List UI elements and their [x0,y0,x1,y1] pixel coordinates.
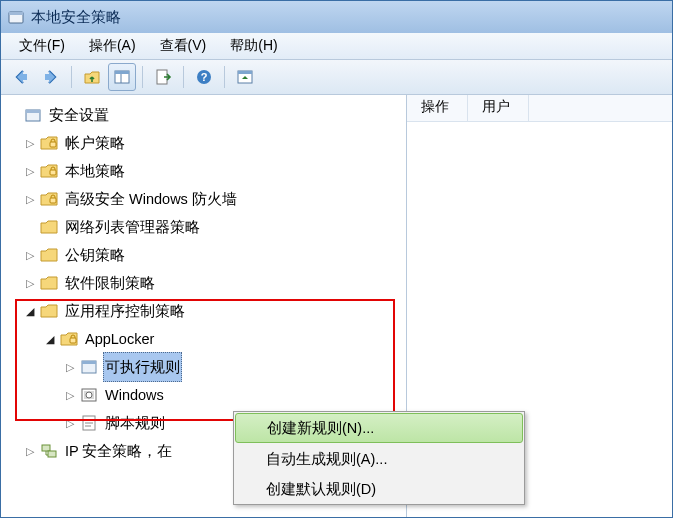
tree-item-network[interactable]: 网络列表管理器策略 [5,213,406,241]
svg-rect-1 [9,12,23,15]
svg-text:?: ? [201,71,208,83]
folder-lock-icon [59,329,79,349]
list-header: 操作 用户 [407,95,672,122]
svg-rect-17 [82,361,96,364]
expand-icon[interactable]: ▷ [21,157,39,185]
tree-item-publickey[interactable]: ▷ 公钥策略 [5,241,406,269]
column-header-user[interactable]: 用户 [468,95,529,121]
tree-item-label: 脚本规则 [103,409,167,437]
security-icon [23,105,43,125]
script-icon [79,413,99,433]
expand-icon[interactable]: ▷ [21,241,39,269]
network-icon [39,441,59,461]
tree-item-accounts[interactable]: ▷ 帐户策略 [5,129,406,157]
expand-icon[interactable]: ▷ [21,129,39,157]
export-button[interactable] [149,63,177,91]
expand-icon[interactable]: ▷ [61,353,79,381]
tree-root[interactable]: 安全设置 [5,101,406,129]
app-window: 本地安全策略 文件(F) 操作(A) 查看(V) 帮助(H) ? [0,0,673,518]
tree-item-label: 可执行规则 [103,352,182,382]
expand-icon[interactable]: ▷ [61,409,79,437]
folder-lock-icon [39,133,59,153]
menu-action[interactable]: 操作(A) [77,37,148,55]
expand-icon[interactable]: ▷ [61,381,79,409]
collapse-icon[interactable]: ◢ [41,325,59,353]
svg-rect-13 [50,170,56,175]
tree-root-label: 安全设置 [47,101,111,129]
tree-item-firewall[interactable]: ▷ 高级安全 Windows 防火墙 [5,185,406,213]
collapse-icon[interactable]: ◢ [21,297,39,325]
tree-item-softrestrict[interactable]: ▷ 软件限制策略 [5,269,406,297]
svg-rect-15 [70,338,76,343]
toolbar-separator-3 [183,66,184,88]
expand-icon[interactable]: ▷ [21,185,39,213]
tree-item-windows-rules[interactable]: ▷ Windows [5,381,406,409]
context-menu: 创建新规则(N)... 自动生成规则(A)... 创建默认规则(D) [233,411,525,505]
tree-item-label: 网络列表管理器策略 [63,213,202,241]
folder-lock-icon [39,189,59,209]
menu-item-create-rule[interactable]: 创建新规则(N)... [235,413,523,443]
tree-item-label: 高级安全 Windows 防火墙 [63,185,239,213]
app-icon [7,8,25,26]
up-button[interactable] [78,63,106,91]
tree-item-label: Windows [103,381,166,409]
tree-item-label: 帐户策略 [63,129,127,157]
menu-item-create-default[interactable]: 创建默认规则(D) [234,474,524,504]
toolbar: ? [1,60,672,95]
folder-icon [39,217,59,237]
tree-item-label: IP 安全策略，在 [63,437,174,465]
folder-icon [39,301,59,321]
svg-point-20 [86,392,92,398]
menu-help[interactable]: 帮助(H) [218,37,289,55]
toolbar-separator-2 [142,66,143,88]
svg-rect-25 [42,445,50,451]
folder-lock-icon [39,161,59,181]
tree-item-applocker[interactable]: ◢ AppLocker [5,325,406,353]
tree-item-label: 应用程序控制策略 [63,297,187,325]
expand-icon[interactable]: ▷ [21,437,39,465]
svg-rect-14 [50,198,56,203]
window-title: 本地安全策略 [31,8,121,27]
folder-icon [39,273,59,293]
svg-rect-3 [115,71,129,74]
folder-icon [39,245,59,265]
tree-item-label: 本地策略 [63,157,127,185]
application-icon [79,357,99,377]
tree-item-label: AppLocker [83,325,156,353]
tree-item-label: 软件限制策略 [63,269,157,297]
tree-item-label: 公钥策略 [63,241,127,269]
expand-icon[interactable]: ▷ [21,269,39,297]
toolbar-separator [71,66,72,88]
show-hide-button[interactable] [231,63,259,91]
installer-icon [79,385,99,405]
tree-item-local[interactable]: ▷ 本地策略 [5,157,406,185]
column-header-action[interactable]: 操作 [407,95,468,121]
menu-view[interactable]: 查看(V) [148,37,219,55]
svg-rect-12 [50,142,56,147]
menu-file[interactable]: 文件(F) [7,37,77,55]
forward-button[interactable] [37,63,65,91]
menu-item-auto-generate[interactable]: 自动生成规则(A)... [234,444,524,474]
menu-bar: 文件(F) 操作(A) 查看(V) 帮助(H) [1,33,672,60]
toolbar-separator-4 [224,66,225,88]
title-bar: 本地安全策略 [1,1,672,33]
help-button[interactable]: ? [190,63,218,91]
tree-item-exe-rules[interactable]: ▷ 可执行规则 [5,353,406,381]
tree: 安全设置 ▷ 帐户策略 ▷ 本地策略 [1,95,406,465]
tree-item-appcontrol[interactable]: ◢ 应用程序控制策略 [5,297,406,325]
back-button[interactable] [7,63,35,91]
view-panes-button[interactable] [108,63,136,91]
svg-rect-26 [48,451,56,457]
svg-rect-9 [238,71,252,74]
svg-rect-11 [26,110,40,113]
